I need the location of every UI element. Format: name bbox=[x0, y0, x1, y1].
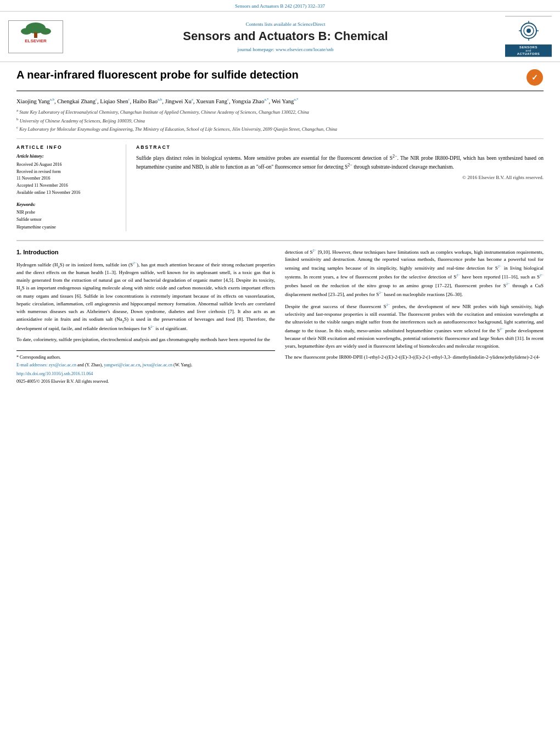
copyright-line: © 2016 Elsevier B.V. All rights reserved… bbox=[136, 175, 544, 180]
authors-line: Xiaojing Yanga,b, Chengkai Zhangc, Liqia… bbox=[16, 97, 544, 105]
body-right-para-1: detection of S2− [9,10]. However, these … bbox=[285, 248, 544, 299]
keywords-list: NIR probe Sulfide sensor Heptamethine cy… bbox=[16, 209, 119, 231]
history-revised-label: Received in revised form bbox=[16, 169, 119, 176]
abstract-text: Sulfide plays distinct roles in biologic… bbox=[136, 153, 544, 171]
affiliation-b: b University of Chinese Academy of Scien… bbox=[16, 116, 544, 125]
abstract-col: ABSTRACT Sulfide plays distinct roles in… bbox=[136, 144, 544, 231]
intro-para-1: Hydrogen sulfide (H2S) or its ionized fo… bbox=[16, 260, 275, 333]
svg-point-4 bbox=[40, 28, 51, 35]
abstract-label: ABSTRACT bbox=[136, 144, 544, 150]
intro-para-2: To date, colorimetry, sulfide precipitat… bbox=[16, 336, 275, 344]
history-accepted: Accepted 11 November 2016 bbox=[16, 182, 119, 189]
svg-point-8 bbox=[527, 29, 531, 33]
body-right-para-2: Despite the great success of these fluor… bbox=[285, 302, 544, 350]
body-two-col: 1. Introduction Hydrogen sulfide (H2S) o… bbox=[16, 248, 544, 386]
elsevier-logo-image: ELSEVIER bbox=[8, 20, 63, 53]
journal-title-block: Contents lists available at ScienceDirec… bbox=[71, 21, 500, 52]
affiliations: a State Key Laboratory of Electroanalyti… bbox=[16, 108, 544, 133]
footnote-copyright: 0925-4005/© 2016 Elsevier B.V. All right… bbox=[16, 378, 275, 385]
article-content: A near-infrared fluorescent probe for su… bbox=[0, 62, 560, 393]
affiliation-c: c Key Laboratory for Molecular Enzymolog… bbox=[16, 125, 544, 133]
body-col-left: 1. Introduction Hydrogen sulfide (H2S) o… bbox=[16, 248, 275, 386]
sensors-actuators-logo: SENSORS and ACTUATORS bbox=[505, 16, 555, 57]
journal-main-title: Sensors and Actuators B: Chemical bbox=[71, 29, 500, 43]
article-info-col: ARTICLE INFO Article history: Received 2… bbox=[16, 144, 126, 231]
footnote-section: * Corresponding authors. E-mail addresse… bbox=[16, 350, 275, 385]
keywords-title: Keywords: bbox=[16, 202, 119, 207]
keywords-section: Keywords: NIR probe Sulfide sensor Hepta… bbox=[16, 202, 119, 231]
keyword-3: Heptamethine cyanine bbox=[16, 224, 119, 231]
keyword-1: NIR probe bbox=[16, 209, 119, 216]
footnote-email: E-mail addresses: zyx@ciac.ac.cn and (Y.… bbox=[16, 362, 275, 369]
journal-homepage: journal homepage: www.elsevier.com/locat… bbox=[71, 47, 500, 52]
article-title-row: A near-infrared fluorescent probe for su… bbox=[16, 69, 544, 91]
article-body: 1. Introduction Hydrogen sulfide (H2S) o… bbox=[16, 240, 544, 386]
elsevier-logo: ELSEVIER bbox=[5, 20, 66, 53]
history-title: Article history: bbox=[16, 153, 119, 160]
article-title: A near-infrared fluorescent probe for su… bbox=[16, 69, 520, 81]
contents-available-text: Contents lists available at ScienceDirec… bbox=[71, 21, 500, 27]
svg-text:ELSEVIER: ELSEVIER bbox=[25, 38, 47, 43]
journal-header: ELSEVIER Contents lists available at Sci… bbox=[0, 11, 560, 62]
article-info-label: ARTICLE INFO bbox=[16, 144, 119, 150]
keyword-2: Sulfide sensor bbox=[16, 216, 119, 224]
journal-ref-top: Sensors and Actuators B 242 (2017) 332–3… bbox=[0, 0, 560, 11]
svg-point-3 bbox=[21, 28, 32, 35]
footnote-doi[interactable]: http://dx.doi.org/10.1016/j.snb.2016.11.… bbox=[16, 371, 275, 377]
footnote-corresponding: * Corresponding authors. bbox=[16, 354, 275, 361]
crossmark-badge[interactable]: ✓ bbox=[526, 69, 544, 86]
svg-rect-2 bbox=[34, 32, 37, 38]
intro-heading: 1. Introduction bbox=[16, 248, 275, 257]
article-info-abstract-layout: ARTICLE INFO Article history: Received 2… bbox=[16, 138, 544, 231]
svg-text:✓: ✓ bbox=[531, 73, 538, 82]
history-received: Received 26 August 2016 bbox=[16, 161, 119, 169]
body-col-right: detection of S2− [9,10]. However, these … bbox=[285, 248, 544, 386]
history-revised-date: 11 November 2016 bbox=[16, 175, 119, 182]
history-online: Available online 13 November 2016 bbox=[16, 189, 119, 197]
affiliation-a: a State Key Laboratory of Electroanalyti… bbox=[16, 108, 544, 116]
body-right-para-3: The new fluorescent probe IR800-DPII (1-… bbox=[285, 354, 544, 361]
article-history: Article history: Received 26 August 2016… bbox=[16, 153, 119, 197]
